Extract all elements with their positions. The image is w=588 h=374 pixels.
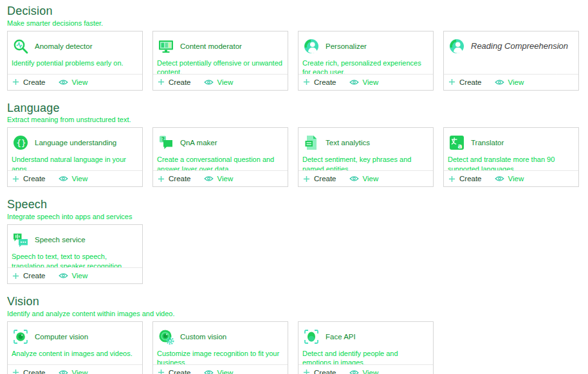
view-button[interactable]: View <box>495 175 524 183</box>
svg-text:}: } <box>21 138 26 148</box>
content-moderator-icon <box>158 38 174 55</box>
card-title: Anomaly detector <box>35 42 93 50</box>
create-button[interactable]: Create <box>158 369 191 374</box>
card-title: Personalizer <box>326 42 367 50</box>
service-card[interactable]: Anomaly detector Identify potential prob… <box>7 31 143 91</box>
service-card[interactable]: Content moderator Detect potentially off… <box>152 31 288 91</box>
section-title: Vision <box>7 295 579 308</box>
service-card[interactable]: Text analytics Detect sentiment, key phr… <box>298 127 434 187</box>
view-button[interactable]: View <box>349 175 379 183</box>
speech-service-icon <box>12 231 29 248</box>
create-label: Create <box>169 369 191 374</box>
create-button[interactable]: Create <box>12 272 46 280</box>
create-button[interactable]: Create <box>448 78 482 86</box>
view-button[interactable]: View <box>204 78 234 86</box>
view-label: View <box>72 272 88 280</box>
view-button[interactable]: View <box>349 78 379 86</box>
section-subtitle: Integrate speech into apps and services <box>7 213 579 220</box>
card-row: {} Language understanding Understand nat… <box>7 127 579 187</box>
create-button[interactable]: Create <box>12 175 46 183</box>
card-head: Computer vision <box>11 328 137 345</box>
card-footer: Create View <box>444 170 578 186</box>
card-description: Detect and identify people and emotions … <box>302 349 428 364</box>
service-card[interactable]: Reading Compreehension Create View <box>443 31 579 91</box>
view-button[interactable]: View <box>204 175 234 183</box>
card-row: Anomaly detector Identify potential prob… <box>7 31 579 91</box>
view-button[interactable]: View <box>349 369 379 374</box>
card-body: Personalizer Create rich, personalized e… <box>299 31 433 74</box>
card-footer: Create View <box>299 364 433 374</box>
view-button[interactable]: View <box>495 78 524 86</box>
plus-icon <box>158 175 165 183</box>
service-card[interactable]: Face API Detect and identify people and … <box>298 321 434 374</box>
service-card[interactable]: {} Language understanding Understand nat… <box>7 127 143 187</box>
card-body: Face API Detect and identify people and … <box>299 322 433 364</box>
card-body: {} Language understanding Understand nat… <box>8 128 142 170</box>
view-label: View <box>72 369 88 374</box>
view-button[interactable]: View <box>59 78 88 86</box>
card-footer: Create View <box>153 74 288 90</box>
card-body: a Translator Detect and translate more t… <box>444 128 578 170</box>
create-button[interactable]: Create <box>158 175 191 183</box>
card-body: Text analytics Detect sentiment, key phr… <box>299 128 433 170</box>
view-label: View <box>508 78 524 86</box>
view-button[interactable]: View <box>59 272 88 280</box>
card-head: Content moderator <box>156 38 282 55</box>
plus-icon <box>12 78 19 85</box>
view-label: View <box>363 175 379 183</box>
create-button[interactable]: Create <box>12 369 46 374</box>
card-head: Speech service <box>11 231 137 248</box>
service-card[interactable]: Personalizer Create rich, personalized e… <box>298 31 434 91</box>
view-label: View <box>363 78 379 86</box>
plus-icon <box>303 78 310 85</box>
view-label: View <box>217 175 234 183</box>
create-label: Create <box>23 272 46 280</box>
create-button[interactable]: Create <box>158 78 191 86</box>
card-description: Detect and translate more than 90 suppor… <box>447 155 573 170</box>
cognitive-services-page: Decision Make smarter decisions faster. … <box>7 4 579 374</box>
eye-icon <box>495 175 504 182</box>
card-head: a Translator <box>447 134 573 151</box>
service-section: Speech Integrate speech into apps and se… <box>7 198 579 284</box>
view-label: View <box>508 175 524 183</box>
translator-icon: a <box>448 134 465 151</box>
view-button[interactable]: View <box>204 369 234 374</box>
view-button[interactable]: View <box>59 369 88 374</box>
card-title: Content moderator <box>180 42 242 50</box>
svg-text:a: a <box>458 142 463 150</box>
plus-icon <box>448 175 455 183</box>
card-title: Text analytics <box>326 139 370 147</box>
service-card[interactable]: Computer vision Analyze content in image… <box>7 321 143 374</box>
card-footer: Create View <box>8 170 142 186</box>
create-button[interactable]: Create <box>303 78 336 86</box>
service-card[interactable]: a Translator Detect and translate more t… <box>443 127 579 187</box>
service-card[interactable]: Custom vision Customize image recognitio… <box>152 321 288 374</box>
personalizer-icon <box>303 38 320 55</box>
eye-icon <box>204 79 214 85</box>
plus-icon <box>158 78 165 85</box>
qna-maker-icon: ? <box>158 134 174 151</box>
create-button[interactable]: Create <box>448 175 482 183</box>
card-description: Speech to text, text to speech, translat… <box>11 252 137 267</box>
card-head: Text analytics <box>302 134 428 151</box>
view-label: View <box>217 78 234 86</box>
eye-icon <box>349 79 359 85</box>
section-title: Decision <box>7 4 579 18</box>
plus-icon <box>448 78 455 85</box>
service-card[interactable]: ? QnA maker Create a conversational ques… <box>152 127 288 187</box>
card-title: Face API <box>326 333 356 341</box>
create-button[interactable]: Create <box>303 175 336 183</box>
plus-icon <box>12 272 19 280</box>
selected-check-icon <box>543 51 573 81</box>
card-description: Detect potentially offensive or unwanted… <box>156 58 282 74</box>
card-description: Identify potential problems early on. <box>11 58 137 68</box>
view-button[interactable]: View <box>59 175 88 183</box>
language-understanding-icon: {} <box>12 134 29 151</box>
create-button[interactable]: Create <box>12 78 46 86</box>
section-title: Language <box>7 102 579 115</box>
section-subtitle: Extract meaning from unstructured text. <box>7 116 579 123</box>
create-button[interactable]: Create <box>303 369 336 374</box>
service-card[interactable]: Speech service Speech to text, text to s… <box>7 224 143 284</box>
eye-icon <box>59 175 68 182</box>
card-footer: Create View <box>8 267 142 283</box>
